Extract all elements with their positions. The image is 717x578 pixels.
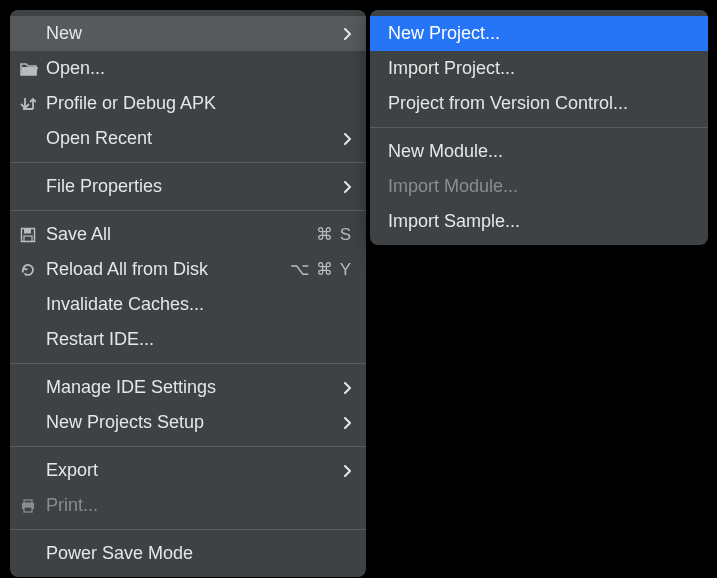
- menu-separator: [10, 363, 366, 364]
- menu-item-label: Open Recent: [46, 128, 338, 149]
- menu-separator: [10, 446, 366, 447]
- chevron-right-icon: [338, 181, 352, 193]
- menu-item-restart-ide[interactable]: Restart IDE...: [10, 322, 366, 357]
- svg-rect-5: [24, 507, 32, 512]
- menu-separator: [370, 127, 708, 128]
- menu-item-label: Reload All from Disk: [46, 259, 282, 280]
- chevron-right-icon: [338, 417, 352, 429]
- chevron-right-icon: [338, 382, 352, 394]
- menu-item-label: Project from Version Control...: [388, 93, 694, 114]
- menu-item-new[interactable]: New: [10, 16, 366, 51]
- menu-separator: [10, 529, 366, 530]
- menu-item-label: Export: [46, 460, 338, 481]
- menu-item-label: Restart IDE...: [46, 329, 352, 350]
- menu-item-label: Invalidate Caches...: [46, 294, 352, 315]
- menu-item-project-from-vcs[interactable]: Project from Version Control...: [370, 86, 708, 121]
- menu-item-label: New Module...: [388, 141, 694, 162]
- svg-rect-1: [24, 228, 31, 233]
- menu-item-label: New: [46, 23, 338, 44]
- menu-item-export[interactable]: Export: [10, 453, 366, 488]
- menu-item-save-all[interactable]: Save All ⌘ S: [10, 217, 366, 252]
- svg-rect-2: [24, 236, 32, 242]
- menu-item-print: Print...: [10, 488, 366, 523]
- print-icon: [20, 498, 46, 514]
- menu-item-manage-ide-settings[interactable]: Manage IDE Settings: [10, 370, 366, 405]
- menu-item-new-projects-setup[interactable]: New Projects Setup: [10, 405, 366, 440]
- menu-item-import-module: Import Module...: [370, 169, 708, 204]
- menu-item-open-recent[interactable]: Open Recent: [10, 121, 366, 156]
- menu-item-new-module[interactable]: New Module...: [370, 134, 708, 169]
- new-submenu: New Project... Import Project... Project…: [370, 10, 708, 245]
- menu-item-label: Import Sample...: [388, 211, 694, 232]
- keyboard-shortcut: ⌥ ⌘ Y: [290, 259, 352, 280]
- menu-item-label: Import Module...: [388, 176, 694, 197]
- menu-item-power-save-mode[interactable]: Power Save Mode: [10, 536, 366, 571]
- menu-item-label: Open...: [46, 58, 352, 79]
- menu-item-import-project[interactable]: Import Project...: [370, 51, 708, 86]
- menu-item-label: Import Project...: [388, 58, 694, 79]
- folder-open-icon: [20, 62, 46, 76]
- menu-item-label: Manage IDE Settings: [46, 377, 338, 398]
- save-icon: [20, 227, 46, 243]
- keyboard-shortcut: ⌘ S: [316, 224, 352, 245]
- menu-separator: [10, 162, 366, 163]
- menu-item-label: Print...: [46, 495, 352, 516]
- chevron-right-icon: [338, 28, 352, 40]
- chevron-right-icon: [338, 465, 352, 477]
- menu-item-label: Power Save Mode: [46, 543, 352, 564]
- menu-item-profile-debug-apk[interactable]: Profile or Debug APK: [10, 86, 366, 121]
- menu-item-invalidate-caches[interactable]: Invalidate Caches...: [10, 287, 366, 322]
- reload-icon: [20, 262, 46, 278]
- svg-rect-4: [24, 500, 32, 503]
- menu-item-label: File Properties: [46, 176, 338, 197]
- chevron-right-icon: [338, 133, 352, 145]
- menu-item-reload-from-disk[interactable]: Reload All from Disk ⌥ ⌘ Y: [10, 252, 366, 287]
- menu-item-label: New Project...: [388, 23, 694, 44]
- profile-arrow-icon: [20, 96, 46, 112]
- menu-item-file-properties[interactable]: File Properties: [10, 169, 366, 204]
- menu-item-import-sample[interactable]: Import Sample...: [370, 204, 708, 239]
- menu-separator: [10, 210, 366, 211]
- menu-item-new-project[interactable]: New Project...: [370, 16, 708, 51]
- menu-item-label: Profile or Debug APK: [46, 93, 352, 114]
- menu-item-open[interactable]: Open...: [10, 51, 366, 86]
- menu-item-label: Save All: [46, 224, 308, 245]
- menu-item-label: New Projects Setup: [46, 412, 338, 433]
- file-menu: New Open... Profile or Debug APK Open Re…: [10, 10, 366, 577]
